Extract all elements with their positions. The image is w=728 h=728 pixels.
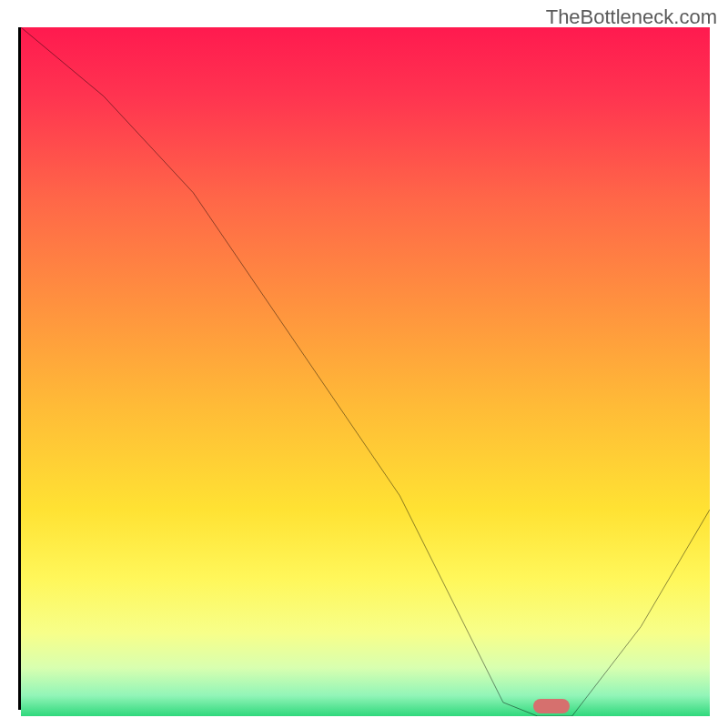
watermark-text: TheBottleneck.com: [546, 5, 717, 29]
plot-area: [18, 27, 710, 710]
optimal-marker: [533, 699, 570, 713]
line-curve: [21, 27, 710, 716]
chart-container: TheBottleneck.com: [0, 0, 728, 728]
